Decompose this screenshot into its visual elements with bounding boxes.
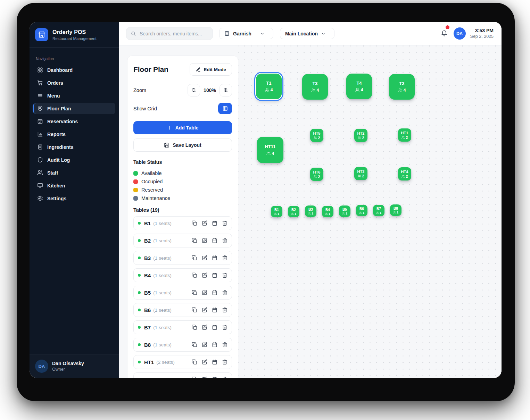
trash-icon[interactable] bbox=[222, 359, 227, 365]
sidebar-user[interactable]: DA Dan Olsavsky Owner bbox=[30, 354, 119, 378]
trash-icon[interactable] bbox=[222, 307, 227, 313]
notifications-button[interactable] bbox=[441, 30, 448, 37]
edit-icon[interactable] bbox=[202, 325, 207, 330]
edit-icon[interactable] bbox=[202, 272, 207, 278]
table-row[interactable]: B3 (1 seats) bbox=[133, 251, 232, 265]
calendar-icon[interactable] bbox=[212, 272, 217, 278]
floor-table-tile[interactable]: B6 1 bbox=[356, 205, 367, 216]
sidebar-item[interactable]: Kitchen bbox=[33, 180, 115, 191]
edit-icon[interactable] bbox=[202, 307, 207, 313]
copy-icon[interactable] bbox=[192, 220, 197, 226]
sidebar-item[interactable]: Ingredients bbox=[33, 141, 115, 153]
copy-icon[interactable] bbox=[192, 255, 197, 261]
chevron-down-icon bbox=[321, 31, 326, 36]
edit-mode-button[interactable]: Edit Mode bbox=[190, 63, 232, 76]
table-row[interactable]: B7 (1 seats) bbox=[133, 320, 232, 334]
show-grid-toggle[interactable] bbox=[218, 103, 232, 114]
table-row[interactable]: B6 (1 seats) bbox=[133, 303, 232, 317]
calendar-icon[interactable] bbox=[212, 255, 217, 261]
floor-table-tile[interactable]: HT1 2 bbox=[398, 128, 411, 142]
edit-icon[interactable] bbox=[202, 238, 207, 243]
trash-icon[interactable] bbox=[222, 238, 227, 243]
calendar-icon[interactable] bbox=[212, 307, 217, 313]
sidebar-item[interactable]: Menu bbox=[33, 90, 115, 101]
topbar-avatar[interactable]: DA bbox=[454, 27, 466, 40]
table-row[interactable]: B5 (1 seats) bbox=[133, 286, 232, 300]
trash-icon[interactable] bbox=[222, 272, 227, 278]
sidebar-item[interactable]: Reservations bbox=[33, 116, 115, 127]
calendar-icon[interactable] bbox=[212, 220, 217, 226]
calendar-icon[interactable] bbox=[212, 290, 217, 295]
copy-icon[interactable] bbox=[192, 377, 197, 378]
edit-icon[interactable] bbox=[202, 220, 207, 226]
sidebar-item[interactable]: Orders bbox=[33, 77, 115, 89]
floor-table-tile[interactable]: HT11 4 bbox=[257, 137, 283, 163]
floor-table-tile[interactable]: T3 4 bbox=[302, 74, 328, 100]
table-row[interactable]: B2 (1 seats) bbox=[133, 234, 232, 247]
zoom-out-button[interactable] bbox=[188, 84, 200, 96]
table-row[interactable]: B4 (1 seats) bbox=[133, 268, 232, 282]
add-table-button[interactable]: Add Table bbox=[133, 121, 232, 134]
copy-icon[interactable] bbox=[192, 238, 197, 243]
trash-icon[interactable] bbox=[222, 325, 227, 330]
trash-icon[interactable] bbox=[222, 290, 227, 295]
floor-table-tile[interactable]: HT4 2 bbox=[398, 167, 411, 180]
trash-icon[interactable] bbox=[222, 342, 227, 347]
sidebar-item[interactable]: Audit Log bbox=[33, 154, 115, 166]
floor-table-tile[interactable]: B4 1 bbox=[322, 206, 333, 217]
copy-icon[interactable] bbox=[192, 272, 197, 278]
calendar-icon[interactable] bbox=[212, 238, 217, 243]
floor-table-tile[interactable]: T1 4 bbox=[256, 74, 282, 99]
floor-table-tile[interactable]: HT2 2 bbox=[354, 129, 367, 142]
tile-seat-count: 1 bbox=[278, 212, 279, 216]
copy-icon[interactable] bbox=[192, 307, 197, 313]
sidebar-item[interactable]: Reports bbox=[33, 128, 115, 140]
floor-table-tile[interactable]: T4 4 bbox=[346, 74, 372, 99]
copy-icon[interactable] bbox=[192, 359, 197, 365]
sidebar-item[interactable]: Settings bbox=[33, 193, 115, 204]
table-name: B7 bbox=[144, 325, 151, 330]
copy-icon[interactable] bbox=[192, 290, 197, 295]
floor-table-tile[interactable]: B5 1 bbox=[339, 205, 350, 217]
calendar-icon[interactable] bbox=[212, 359, 217, 365]
edit-icon[interactable] bbox=[202, 359, 207, 365]
table-row[interactable]: HT1 (2 seats) bbox=[133, 355, 232, 369]
floor-table-tile[interactable]: B1 1 bbox=[271, 206, 282, 217]
edit-icon[interactable] bbox=[202, 290, 207, 295]
table-row[interactable]: B1 (1 seats) bbox=[133, 216, 232, 230]
floor-canvas[interactable]: T1 4 T3 4 bbox=[238, 45, 502, 378]
table-seats: (2 seats) bbox=[156, 360, 175, 365]
floor-table-tile[interactable]: B3 1 bbox=[305, 205, 316, 217]
floor-table-tile[interactable]: B2 1 bbox=[288, 206, 299, 217]
sidebar-item[interactable]: Floor Plan bbox=[33, 103, 115, 114]
floor-table-tile[interactable]: T2 4 bbox=[389, 74, 415, 100]
calendar-icon[interactable] bbox=[212, 325, 217, 330]
tables-list: B1 (1 seats) bbox=[133, 216, 232, 378]
sidebar-item[interactable]: Staff bbox=[33, 167, 115, 178]
sidebar-item[interactable]: Dashboard bbox=[33, 64, 115, 76]
trash-icon[interactable] bbox=[222, 377, 227, 378]
location-selector[interactable]: Main Location bbox=[280, 28, 334, 39]
edit-icon[interactable] bbox=[202, 377, 207, 378]
table-row[interactable]: HT11 (4 seats) bbox=[133, 372, 232, 378]
edit-icon[interactable] bbox=[202, 342, 207, 347]
search-input[interactable] bbox=[140, 31, 208, 36]
edit-icon[interactable] bbox=[202, 255, 207, 261]
search-icon bbox=[131, 31, 136, 36]
floor-table-tile[interactable]: B7 1 bbox=[373, 205, 384, 216]
trash-icon[interactable] bbox=[222, 255, 227, 261]
calendar-icon[interactable] bbox=[212, 377, 217, 378]
copy-icon[interactable] bbox=[192, 325, 197, 330]
table-row[interactable]: B8 (1 seats) bbox=[133, 338, 232, 352]
save-layout-button[interactable]: Save Layout bbox=[133, 138, 232, 152]
trash-icon[interactable] bbox=[222, 220, 227, 226]
floor-table-tile[interactable]: HT3 2 bbox=[354, 167, 367, 180]
floor-table-tile[interactable]: HT6 2 bbox=[310, 168, 323, 181]
search-box[interactable] bbox=[126, 27, 213, 40]
restaurant-selector[interactable]: Garnish bbox=[219, 28, 273, 39]
floor-table-tile[interactable]: HT5 2 bbox=[310, 129, 323, 142]
calendar-icon[interactable] bbox=[212, 342, 217, 347]
zoom-in-button[interactable] bbox=[220, 84, 232, 96]
copy-icon[interactable] bbox=[192, 342, 197, 347]
floor-table-tile[interactable]: B8 1 bbox=[390, 204, 401, 216]
